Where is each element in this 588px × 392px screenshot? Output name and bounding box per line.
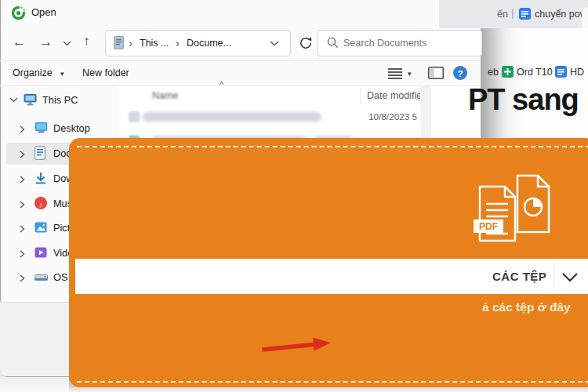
breadcrumb-separator-2: › bbox=[176, 37, 180, 49]
dialog-title: Open bbox=[31, 6, 56, 18]
column-header-name[interactable]: Name bbox=[152, 90, 178, 101]
previous-tab-text[interactable]: ến bbox=[497, 9, 508, 20]
search-placeholder: Search Documents bbox=[343, 38, 426, 49]
breadcrumb-documents[interactable]: Docume... bbox=[187, 38, 231, 49]
sidebar-label: This PC bbox=[42, 94, 78, 106]
dropzone-dashed-border-bottom bbox=[77, 381, 588, 383]
annotation-arrow bbox=[259, 336, 332, 356]
view-menu-icon[interactable] bbox=[387, 67, 403, 79]
view-menu-caret-icon[interactable]: ▾ bbox=[408, 70, 412, 78]
search-icon bbox=[327, 37, 339, 49]
pdf-files-icon: PDF bbox=[467, 169, 561, 248]
drive-icon bbox=[34, 271, 48, 282]
sheets-favicon bbox=[502, 66, 514, 78]
bookmark-text-fragment[interactable]: eb bbox=[488, 67, 499, 78]
docs-favicon bbox=[519, 8, 531, 20]
file-row[interactable]: 10/8/2023 5 bbox=[119, 106, 422, 128]
bookmark-ord-t10[interactable]: Ord T10 bbox=[517, 67, 553, 78]
organize-caret-icon: ▾ bbox=[60, 70, 64, 78]
back-icon[interactable]: ← bbox=[13, 35, 26, 49]
docs-favicon-2 bbox=[555, 66, 567, 78]
sidebar-item-desktop[interactable]: Desktop bbox=[3, 118, 110, 140]
screen: ến | chuyển pow eb Ord T10 HD PT sang PD… bbox=[0, 0, 588, 392]
choose-files-label: CÁC TỆP bbox=[492, 270, 546, 283]
organize-button[interactable]: Organize bbox=[13, 67, 53, 78]
this-pc-icon bbox=[24, 93, 37, 106]
pictures-icon bbox=[34, 221, 47, 234]
music-icon: ♪ bbox=[34, 197, 47, 209]
sidebar-item-this-pc[interactable]: This PC bbox=[3, 89, 110, 111]
divider bbox=[0, 60, 480, 61]
active-tab-edge[interactable] bbox=[582, 7, 588, 28]
forward-icon[interactable]: → bbox=[39, 35, 53, 49]
downloads-icon bbox=[34, 172, 47, 184]
folder-location-icon bbox=[114, 36, 124, 49]
desktop-icon bbox=[34, 122, 48, 133]
divider bbox=[554, 263, 554, 289]
drop-files-hint: ả các tệp ở đây bbox=[482, 300, 571, 314]
refresh-icon[interactable] bbox=[298, 35, 314, 51]
videos-icon bbox=[34, 246, 47, 259]
column-header-date[interactable]: Date modified bbox=[367, 90, 420, 101]
page-left-bottom bbox=[0, 377, 69, 392]
sort-ascending-icon[interactable]: ^ bbox=[220, 80, 223, 89]
breadcrumb-this-pc[interactable]: This ... bbox=[140, 38, 169, 49]
browser-tab-title[interactable]: chuyển pow bbox=[535, 9, 587, 20]
documents-icon bbox=[34, 146, 45, 160]
up-icon[interactable]: ↑ bbox=[83, 34, 90, 49]
tab-separator: | bbox=[511, 8, 514, 19]
page-bottom-fade bbox=[0, 387, 588, 392]
pdf-label: PDF bbox=[479, 221, 498, 232]
app-logo-icon bbox=[11, 5, 26, 20]
history-chevron-icon[interactable] bbox=[63, 41, 71, 46]
chevron-down-icon[interactable] bbox=[561, 272, 579, 282]
column-divider[interactable] bbox=[360, 88, 361, 104]
breadcrumb-chevron-icon[interactable] bbox=[270, 41, 279, 46]
sidebar-label: Desktop bbox=[53, 122, 90, 134]
dropzone-dashed-border-top bbox=[77, 146, 588, 147]
page-heading: PT sang bbox=[468, 83, 579, 117]
bookmark-hd[interactable]: HD bbox=[570, 67, 584, 78]
breadcrumb-separator: › bbox=[129, 37, 132, 49]
new-folder-button[interactable]: New folder bbox=[82, 67, 129, 78]
